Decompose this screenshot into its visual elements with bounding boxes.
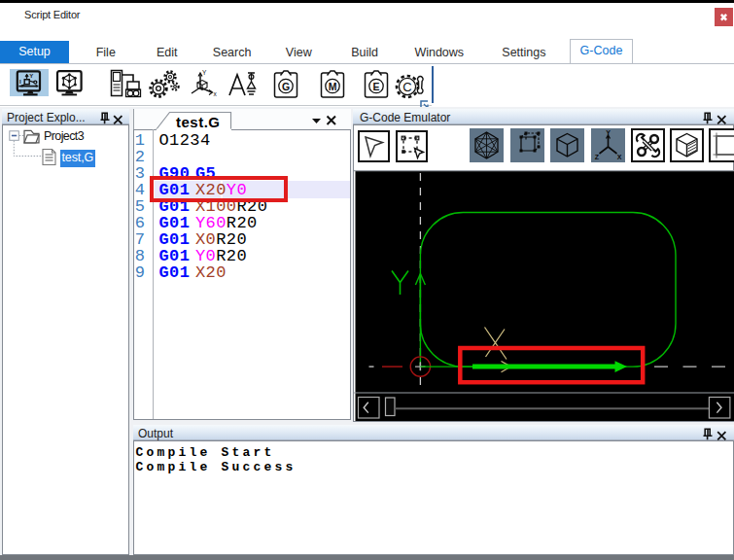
svg-text:I: I <box>19 80 21 86</box>
svg-text:Y: Y <box>29 73 33 79</box>
svg-text:M: M <box>328 81 336 92</box>
svg-text:Y: Y <box>606 128 611 135</box>
svg-text:C: C <box>402 80 411 94</box>
svg-text:X: X <box>616 153 621 159</box>
svg-text:Y: Y <box>202 69 207 76</box>
svg-text:x: x <box>214 90 218 97</box>
svg-text:Z: Z <box>594 153 599 159</box>
svg-text:G: G <box>282 81 290 92</box>
svg-text:E: E <box>372 81 379 92</box>
